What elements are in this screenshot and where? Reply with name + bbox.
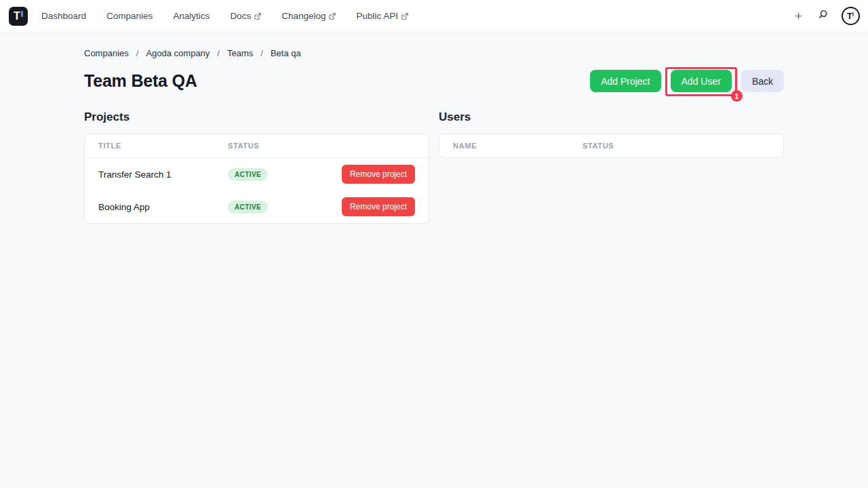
table-row: Booking App ACTIVE Remove project: [85, 190, 429, 223]
users-section: Users Name Status: [439, 110, 784, 224]
status-badge: ACTIVE: [228, 201, 268, 214]
project-title: Transfer Search 1: [98, 169, 228, 180]
search-icon[interactable]: [816, 9, 829, 24]
nav-item-analytics[interactable]: Analytics: [173, 11, 210, 21]
avatar-logo-accent: [852, 12, 854, 16]
nav-item-companies[interactable]: Companies: [106, 11, 153, 21]
avatar-logo-letter: T: [847, 12, 852, 20]
remove-project-button[interactable]: Remove project: [342, 165, 415, 184]
plus-icon[interactable]: +: [793, 9, 804, 22]
external-link-icon: [254, 12, 261, 22]
add-user-button[interactable]: Add User: [671, 70, 732, 92]
breadcrumb-item-companies[interactable]: Companies: [84, 48, 129, 58]
nav-item-label: Changelog: [281, 11, 326, 21]
projects-table: Title Status Transfer Search 1 ACTIVE Re…: [84, 134, 429, 224]
project-status-cell: ACTIVE: [228, 167, 342, 181]
page-content: Companies / Agoda company / Teams / Beta…: [84, 33, 784, 224]
page-title: Team Beta QA: [84, 71, 197, 91]
app-logo-letter: T: [14, 11, 20, 22]
breadcrumb-item-team[interactable]: Beta qa: [271, 48, 301, 58]
sections-grid: Projects Title Status Transfer Search 1 …: [84, 110, 784, 224]
column-header-title: Title: [98, 142, 228, 150]
app-logo[interactable]: T: [9, 7, 28, 26]
users-table: Name Status: [439, 134, 784, 158]
top-navigation: T Dashboard Companies Analytics Docs Cha…: [0, 0, 868, 33]
nav-item-label: Docs: [230, 11, 251, 21]
nav-item-changelog[interactable]: Changelog: [281, 11, 336, 22]
users-table-header: Name Status: [439, 134, 783, 157]
breadcrumb: Companies / Agoda company / Teams / Beta…: [84, 48, 784, 58]
nav-menu: Dashboard Companies Analytics Docs Chang…: [41, 11, 408, 22]
project-title: Booking App: [98, 202, 228, 212]
nav-item-dashboard[interactable]: Dashboard: [41, 11, 86, 21]
projects-table-header: Title Status: [85, 134, 429, 158]
remove-project-button[interactable]: Remove project: [342, 197, 415, 216]
back-button[interactable]: Back: [741, 70, 784, 92]
users-heading: Users: [439, 110, 784, 124]
breadcrumb-separator: /: [260, 48, 263, 58]
column-header-status: Status: [583, 142, 770, 150]
projects-section: Projects Title Status Transfer Search 1 …: [84, 110, 429, 224]
add-project-button[interactable]: Add Project: [590, 70, 660, 92]
breadcrumb-separator: /: [136, 48, 139, 58]
add-user-annotated-wrapper: Add User 1: [671, 70, 732, 92]
breadcrumb-item-teams[interactable]: Teams: [227, 48, 253, 58]
annotation-step-badge: 1: [731, 90, 743, 102]
app-logo-accent: [21, 11, 23, 17]
breadcrumb-separator: /: [217, 48, 220, 58]
projects-heading: Projects: [84, 110, 429, 124]
column-header-name: Name: [453, 142, 583, 150]
external-link-icon: [401, 12, 408, 22]
status-badge: ACTIVE: [228, 168, 268, 181]
nav-item-public-api[interactable]: Public API: [356, 11, 408, 22]
external-link-icon: [329, 12, 336, 22]
nav-right-controls: + T: [793, 7, 860, 25]
nav-item-docs[interactable]: Docs: [230, 11, 261, 22]
project-status-cell: ACTIVE: [228, 200, 342, 214]
column-header-status: Status: [228, 142, 415, 150]
page-actions: Add Project Add User 1 Back: [590, 70, 784, 92]
table-row: Transfer Search 1 ACTIVE Remove project: [85, 158, 429, 190]
nav-item-label: Public API: [356, 11, 398, 21]
breadcrumb-item-company[interactable]: Agoda company: [146, 48, 210, 58]
user-avatar[interactable]: T: [842, 7, 860, 25]
title-row: Team Beta QA Add Project Add User 1 Back: [84, 70, 784, 92]
